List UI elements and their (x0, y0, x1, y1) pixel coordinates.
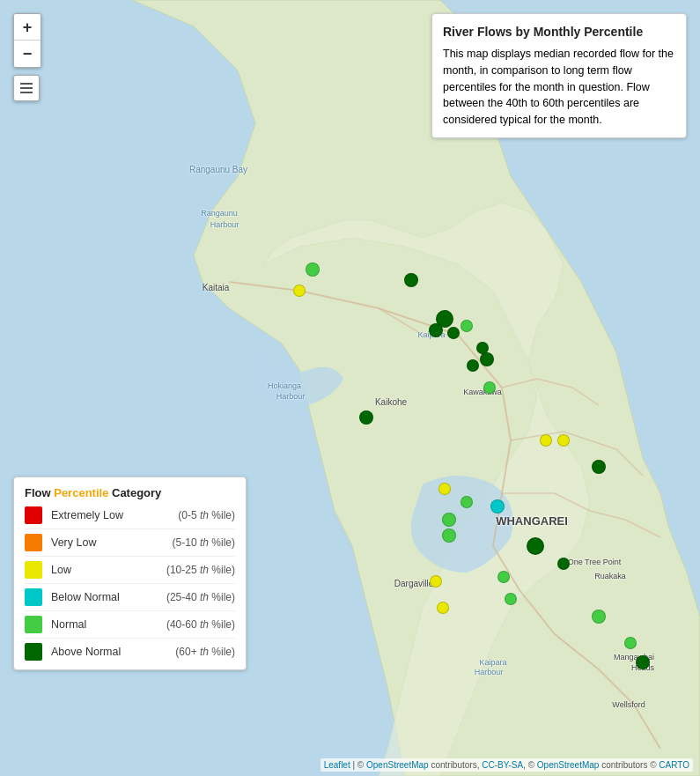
zoom-controls[interactable]: + − (13, 13, 41, 68)
legend-range: (10-25 th %ile) (166, 564, 235, 576)
legend-label: Above Normal (51, 646, 175, 658)
zoom-in-button[interactable]: + (14, 14, 41, 41)
map-container: Rangaunu BayRangaunuHarbourKaitaiaHokian… (0, 0, 700, 776)
legend-item: Above Normal(60+ th %ile) (25, 643, 235, 661)
legend-label: Very Low (51, 536, 173, 549)
legend-range: (60+ th %ile) (175, 646, 235, 658)
legend: Flow Percentile Category Extremely Low(0… (13, 477, 247, 670)
legend-item: Extremely Low(0-5 th %ile) (25, 506, 235, 529)
legend-swatch (25, 616, 42, 633)
legend-swatch (25, 506, 42, 524)
leaflet-link[interactable]: Leaflet (324, 760, 350, 770)
legend-items: Extremely Low(0-5 th %ile)Very Low(5-10 … (25, 506, 235, 661)
legend-label: Extremely Low (51, 509, 178, 521)
info-box-title: River Flows by Monthly Percentile (443, 23, 675, 41)
legend-item: Below Normal(25-40 th %ile) (25, 588, 235, 611)
legend-title: Flow Percentile Category (25, 486, 235, 499)
attribution-text: | © OpenStreetMap contributors, CC-BY-SA… (352, 760, 689, 770)
legend-item: Low(10-25 th %ile) (25, 561, 235, 584)
legend-range: (25-40 th %ile) (166, 591, 235, 603)
legend-label: Below Normal (51, 591, 166, 603)
legend-range: (5-10 th %ile) (173, 536, 235, 549)
legend-swatch (25, 534, 42, 551)
legend-title-highlight: Percentile (54, 486, 108, 499)
legend-swatch (25, 588, 42, 606)
info-box-description: This map displays median recorded flow f… (443, 46, 675, 129)
legend-range: (40-60 th %ile) (166, 618, 235, 631)
svg-rect-2 (20, 87, 33, 89)
svg-rect-1 (20, 83, 33, 85)
svg-rect-3 (20, 92, 33, 93)
legend-range: (0-5 th %ile) (178, 509, 235, 521)
legend-item: Normal(40-60 th %ile) (25, 616, 235, 639)
info-box: River Flows by Monthly Percentile This m… (431, 13, 687, 138)
legend-label: Normal (51, 618, 166, 631)
zoom-out-button[interactable]: − (14, 41, 41, 67)
attribution: Leaflet | © OpenStreetMap contributors, … (321, 758, 693, 772)
legend-swatch (25, 643, 42, 661)
layers-button[interactable] (13, 75, 40, 101)
legend-swatch (25, 561, 42, 579)
legend-label: Low (51, 564, 166, 576)
legend-item: Very Low(5-10 th %ile) (25, 534, 235, 557)
layers-icon (18, 80, 34, 96)
